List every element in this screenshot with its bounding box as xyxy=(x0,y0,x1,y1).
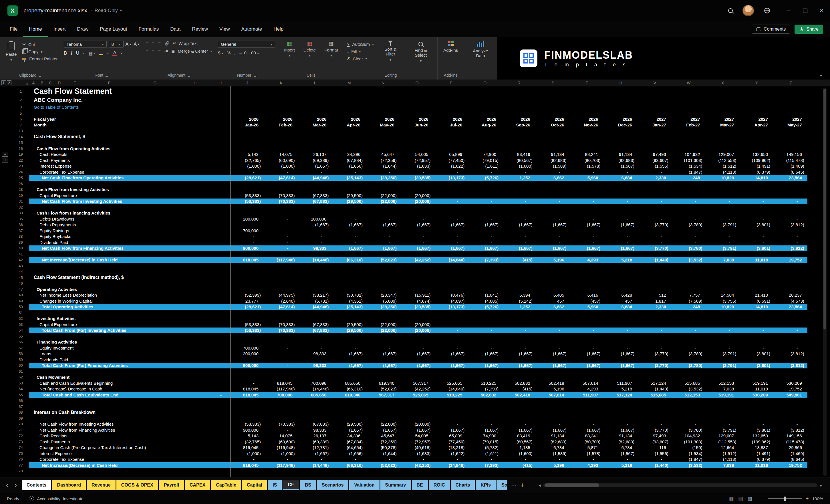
cell[interactable]: 116 xyxy=(638,445,672,450)
cell[interactable]: (44,975) xyxy=(264,293,298,297)
row-number-65[interactable]: 65 xyxy=(12,392,29,398)
row-number-14[interactable]: 14 xyxy=(12,134,29,140)
cell[interactable]: (3,812) xyxy=(774,222,808,227)
cell[interactable]: (1,667) xyxy=(570,222,604,227)
cell[interactable]: - xyxy=(434,322,468,327)
cell[interactable]: - xyxy=(638,217,672,221)
cell[interactable]: - xyxy=(468,193,502,198)
sheet-tab-so[interactable]: So xyxy=(497,480,507,490)
cell[interactable]: - xyxy=(774,328,808,333)
cell[interactable]: 91,134 xyxy=(536,152,570,157)
cell[interactable]: - xyxy=(468,457,502,462)
cell[interactable]: 149,156 xyxy=(774,152,808,157)
menu-review[interactable]: Review xyxy=(186,21,214,37)
cell[interactable]: - xyxy=(434,357,468,362)
zoom-slider-thumb[interactable] xyxy=(784,497,786,501)
sheet-tab-revenue[interactable]: Revenue xyxy=(87,480,116,490)
cell[interactable]: (116,948) xyxy=(264,445,298,450)
cell[interactable]: 6,394 xyxy=(502,293,536,297)
cell[interactable]: 2026 xyxy=(502,117,536,122)
cell[interactable]: (1,667) xyxy=(434,363,468,368)
cell[interactable]: 512 xyxy=(638,293,672,297)
cell[interactable]: (1,667) xyxy=(400,222,434,227)
menu-insert[interactable]: Insert xyxy=(48,21,71,37)
cell[interactable]: 11,018 xyxy=(740,257,774,262)
read-only-mode[interactable]: - Read-Only ▾ xyxy=(91,8,122,13)
cell[interactable]: 12,664 xyxy=(706,445,740,450)
cell[interactable]: 619,340 xyxy=(332,392,366,397)
column-header-B[interactable]: B xyxy=(38,81,46,85)
dialog-launcher-icon[interactable] xyxy=(105,74,108,77)
cell[interactable]: 14,584 xyxy=(706,293,740,297)
cell[interactable]: Dec-26 xyxy=(604,122,638,127)
cell[interactable]: 2027 xyxy=(774,117,808,122)
cell[interactable]: - xyxy=(706,193,740,198)
cell[interactable]: 515,685 xyxy=(672,381,706,385)
cell[interactable]: (44,948) xyxy=(298,304,332,309)
cell[interactable]: 6,862 xyxy=(536,175,570,180)
cell[interactable]: - xyxy=(536,240,570,245)
cell[interactable]: - xyxy=(400,240,434,245)
cell[interactable]: (42,252) xyxy=(400,257,434,262)
cell[interactable]: 18,887 xyxy=(740,445,774,450)
font-size-combo[interactable]: 8▾ xyxy=(109,41,124,48)
cell[interactable]: - xyxy=(264,217,298,221)
cell[interactable]: - xyxy=(706,421,740,427)
row-number-38[interactable]: 38 xyxy=(12,234,29,240)
cell[interactable]: 517,124 xyxy=(638,381,672,385)
column-header-N[interactable]: N xyxy=(366,81,400,85)
row-label[interactable] xyxy=(29,181,807,187)
clear-button[interactable]: ✗Clear▾ xyxy=(347,56,374,61)
cell[interactable]: 900,000 xyxy=(230,428,264,433)
cell[interactable]: 200,000 xyxy=(230,351,264,356)
cell[interactable]: - xyxy=(264,240,298,245)
delete-cells-button[interactable]: ▦Delete▾ xyxy=(300,39,319,59)
cell[interactable]: - xyxy=(434,346,468,350)
row-label[interactable]: Cash Flow from Operating Activities xyxy=(29,146,807,152)
cell[interactable]: (80,703) xyxy=(570,439,604,444)
cell[interactable]: - xyxy=(332,234,366,239)
cell[interactable]: (1,556) xyxy=(638,451,672,456)
row-number-77[interactable]: 77 xyxy=(12,462,29,468)
row-label[interactable]: Cash Payments xyxy=(29,439,230,445)
row-label[interactable]: Cash Flow Statement, $ xyxy=(29,134,807,140)
cell[interactable]: Nov-26 xyxy=(570,122,604,127)
cell[interactable]: - xyxy=(774,346,808,350)
bold-button[interactable]: B xyxy=(64,51,67,56)
cell[interactable]: (1,667) xyxy=(570,351,604,356)
menu-page-layout[interactable]: Page Layout xyxy=(94,21,133,37)
row-number-39[interactable]: 39 xyxy=(12,240,29,245)
cell[interactable]: (1,469) xyxy=(774,451,808,456)
cell[interactable]: - xyxy=(502,457,536,462)
cell[interactable]: (7,393) xyxy=(468,257,502,262)
row-number-69[interactable]: 69 xyxy=(12,415,29,421)
cell[interactable]: (1,667) xyxy=(400,246,434,251)
cell[interactable]: - xyxy=(230,357,264,362)
cell[interactable]: (115,478) xyxy=(774,439,808,444)
outline-expand-button[interactable]: + xyxy=(2,152,8,157)
cell[interactable]: (3,801) xyxy=(740,246,774,251)
row-number-25[interactable]: 25 xyxy=(12,175,29,181)
cell[interactable]: (1,667) xyxy=(468,363,502,368)
cell[interactable]: - xyxy=(536,234,570,239)
cell[interactable]: - xyxy=(672,193,706,198)
cell[interactable]: (72,957) xyxy=(400,158,434,163)
cut-button[interactable]: ✂Cut xyxy=(22,42,58,47)
cell[interactable]: - xyxy=(468,169,502,175)
comma-style-button[interactable]: , xyxy=(234,50,235,55)
row-number-66[interactable]: 66 xyxy=(12,398,29,404)
align-middle-button[interactable]: ≡ xyxy=(152,41,154,46)
cell[interactable]: 26,107 xyxy=(298,152,332,157)
cell[interactable]: (53,333) xyxy=(230,421,264,427)
row-number-33[interactable]: 33 xyxy=(12,210,29,216)
cell[interactable]: 104,932 xyxy=(672,152,706,157)
cell[interactable]: (1,667) xyxy=(366,351,400,356)
cell[interactable]: (38,217) xyxy=(298,293,332,297)
cell[interactable]: - xyxy=(264,363,298,368)
row-label[interactable] xyxy=(29,128,807,134)
cell[interactable]: - xyxy=(468,217,502,221)
cell[interactable]: (13,218) xyxy=(434,445,468,450)
align-left-button[interactable]: ≡ xyxy=(146,49,149,54)
cell[interactable]: - xyxy=(264,428,298,433)
zoom-slider[interactable] xyxy=(768,498,802,499)
